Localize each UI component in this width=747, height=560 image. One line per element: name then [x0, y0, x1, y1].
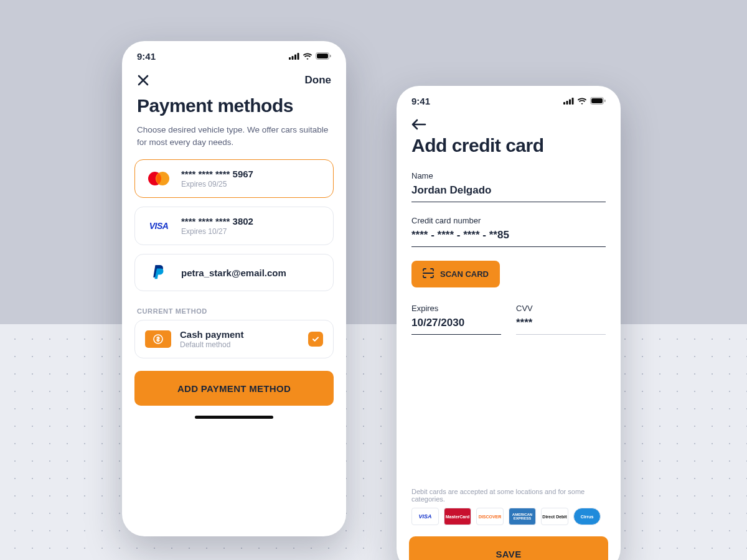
phone-add-credit-card: 9:41 Add credit card Name Credit card nu… — [397, 86, 621, 560]
close-icon[interactable] — [137, 74, 149, 86]
paypal-icon — [145, 263, 172, 282]
signal-icon — [563, 96, 574, 106]
svg-rect-1 — [292, 56, 294, 60]
scan-label: SCAN CARD — [440, 269, 489, 279]
expires-cvv-row: Expires CVV — [397, 304, 621, 335]
cash-title: Cash payment — [180, 329, 244, 340]
current-method-label: CURRENT METHOD — [122, 300, 346, 320]
payment-card-mastercard[interactable]: **** **** **** 5967 Expires 09/25 — [134, 159, 334, 198]
phone-payment-methods: 9:41 Done Payment methods Choose desired… — [122, 41, 346, 536]
field-cvv: CVV — [516, 304, 606, 335]
svg-rect-2 — [294, 55, 296, 60]
svg-rect-5 — [317, 54, 328, 58]
status-icons — [563, 96, 606, 106]
brand-amex-icon: AMERICAN EXPRESS — [509, 508, 536, 525]
expires-input[interactable] — [411, 315, 501, 335]
home-indicator — [195, 416, 273, 419]
disclaimer-text: Debit cards are accepted at some locatio… — [397, 488, 621, 508]
scan-icon — [423, 268, 434, 280]
cash-icon — [145, 330, 171, 348]
card-info: **** **** **** 5967 Expires 09/25 — [181, 169, 253, 189]
cash-payment-row[interactable]: Cash payment Default method — [134, 320, 334, 358]
cash-sub: Default method — [180, 340, 244, 349]
payment-card-paypal[interactable]: petra_stark@email.com — [134, 254, 334, 291]
bottom-area: Debit cards are accepted at some locatio… — [397, 488, 621, 560]
card-expiry: Expires 10/27 — [181, 227, 253, 236]
battery-icon — [590, 96, 606, 106]
svg-rect-15 — [591, 98, 603, 103]
field-expires: Expires — [411, 304, 501, 335]
background-dots — [0, 324, 747, 560]
mastercard-icon — [145, 169, 172, 188]
field-card-number: Credit card number — [397, 216, 621, 247]
cvv-label: CVV — [516, 304, 606, 313]
back-icon[interactable] — [411, 119, 426, 130]
svg-rect-10 — [563, 102, 565, 105]
status-bar: 9:41 — [397, 86, 621, 110]
brand-visa-icon: VISA — [411, 508, 439, 525]
svg-rect-6 — [330, 55, 331, 57]
top-bar: Done — [122, 65, 346, 93]
svg-rect-0 — [289, 57, 291, 60]
top-bar — [397, 110, 621, 133]
wifi-icon — [303, 51, 312, 62]
name-input[interactable] — [411, 183, 606, 202]
cvv-input[interactable] — [516, 315, 606, 335]
accepted-cards: VISA MasterCard DISCOVER AMERICAN EXPRES… — [397, 508, 621, 536]
signal-icon — [289, 51, 299, 62]
ccnum-input[interactable] — [411, 228, 606, 247]
payment-card-visa[interactable]: VISA **** **** **** 3802 Expires 10/27 — [134, 207, 334, 245]
brand-discover-icon: DISCOVER — [476, 508, 504, 525]
brand-cirrus-icon: Cirrus — [573, 508, 601, 525]
svg-rect-16 — [604, 100, 606, 102]
wifi-icon — [577, 96, 587, 106]
page-subtitle: Choose desired vehicle type. We offer ca… — [122, 123, 346, 159]
name-label: Name — [411, 171, 606, 180]
save-button[interactable]: SAVE — [409, 536, 608, 560]
brand-mastercard-icon: MasterCard — [444, 508, 471, 525]
cash-info: Cash payment Default method — [180, 329, 244, 349]
status-time: 9:41 — [411, 96, 430, 106]
done-button[interactable]: Done — [305, 74, 332, 86]
card-info: **** **** **** 3802 Expires 10/27 — [181, 216, 253, 236]
field-name: Name — [397, 171, 621, 202]
brand-direct-debit-icon: Direct Debit — [541, 508, 568, 525]
card-expiry: Expires 09/25 — [181, 180, 253, 189]
status-icons — [289, 51, 331, 62]
card-info: petra_stark@email.com — [181, 268, 286, 278]
svg-rect-3 — [298, 53, 299, 60]
visa-icon: VISA — [145, 217, 172, 235]
page-title: Add credit card — [397, 133, 621, 162]
check-icon — [308, 332, 323, 347]
battery-icon — [316, 51, 331, 62]
svg-rect-12 — [569, 100, 571, 105]
card-number: **** **** **** 5967 — [181, 169, 253, 179]
expires-label: Expires — [411, 304, 501, 313]
paypal-email: petra_stark@email.com — [181, 268, 286, 278]
scan-card-button[interactable]: SCAN CARD — [411, 261, 500, 287]
svg-rect-13 — [572, 98, 574, 105]
status-bar: 9:41 — [122, 41, 346, 65]
ccnum-label: Credit card number — [411, 216, 606, 225]
add-payment-method-button[interactable]: ADD PAYMENT METHOD — [134, 371, 334, 406]
svg-rect-11 — [566, 101, 568, 105]
card-number: **** **** **** 3802 — [181, 216, 253, 226]
status-time: 9:41 — [137, 51, 156, 62]
page-title: Payment methods — [122, 93, 346, 123]
